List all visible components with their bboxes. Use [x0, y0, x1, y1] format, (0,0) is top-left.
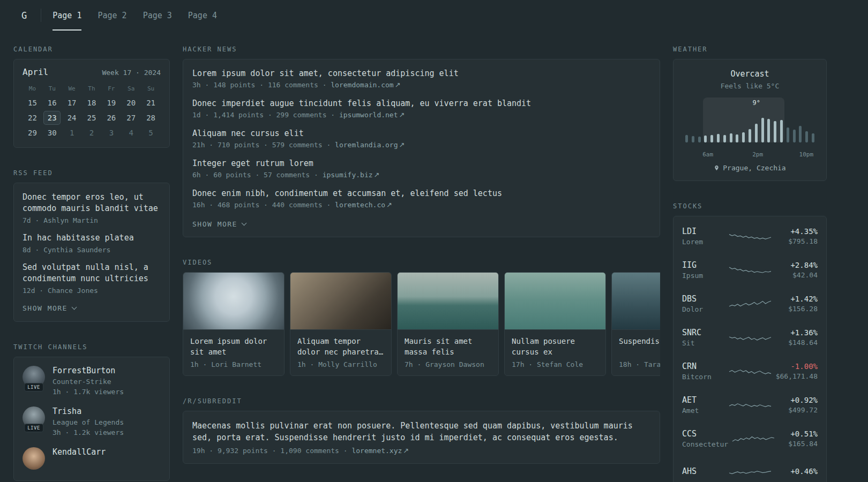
video-card[interactable]: Nullam posuere cursus ex 17h · Stefan Co…	[504, 272, 606, 376]
tab-page-4[interactable]: Page 4	[180, 0, 225, 31]
rss-item[interactable]: Sed volutpat nulla nisl, a condimentum n…	[23, 262, 161, 295]
hn-item[interactable]: Lorem ipsum dolor sit amet, consectetur …	[192, 69, 650, 89]
hn-item[interactable]: Integer eget rutrum lorem 6h · 60 points…	[192, 159, 650, 179]
video-card[interactable]: Mauris sit amet massa felis 7h · Grayson…	[397, 272, 499, 376]
center-column: HACKER NEWS Lorem ipsum dolor sit amet, …	[183, 46, 660, 464]
stock-right: +2.84% $42.04	[775, 261, 818, 279]
weather-condition: Overcast	[682, 69, 818, 79]
hn-item-domain-link[interactable]: loremlandia.org↗	[335, 141, 405, 149]
tab-page-2[interactable]: Page 2	[89, 0, 134, 31]
videos-row: Lorem ipsum dolor sit amet consectetu… 1…	[183, 272, 660, 376]
stock-row[interactable]: CCS Consectetur +0.51% $165.84	[682, 421, 818, 455]
video-thumbnail	[183, 273, 284, 330]
hn-item-domain-link[interactable]: ipsumworld.net↗	[339, 111, 405, 119]
stock-change: +1.42%	[775, 295, 818, 303]
calendar-day: 4	[123, 126, 140, 140]
stock-row[interactable]: AHS +0.46%	[682, 455, 818, 482]
channel-name: KendallCarr	[53, 447, 106, 457]
rss-item[interactable]: In hac habitasse platea 8d · Cynthia Sau…	[23, 232, 161, 254]
hn-item-meta: 16h · 468 points · 440 comments · loremt…	[192, 201, 650, 209]
calendar-day: 19	[103, 96, 120, 110]
stock-row[interactable]: SNRC Sit +1.36% $148.64	[682, 320, 818, 354]
calendar-weekday: Th	[82, 81, 102, 95]
video-card[interactable]: Aliquam tempor dolor nec pharetra… 1h · …	[290, 272, 392, 376]
calendar-day: 20	[123, 96, 140, 110]
calendar-widget: CALENDAR April Week 17 · 2024 MoTuWeThFr…	[13, 46, 170, 148]
dashboard: CALENDAR April Week 17 · 2024 MoTuWeThFr…	[0, 31, 868, 482]
stock-row[interactable]: IIG Ipsum +2.84% $42.04	[682, 253, 818, 287]
subreddit-card: Maecenas mollis pulvinar erat non posuer…	[183, 411, 660, 464]
stock-spark-wrap	[729, 465, 771, 479]
subreddit-post-domain-link[interactable]: loremnet.xyz↗	[351, 447, 409, 455]
stock-ticker: AHS	[682, 466, 725, 476]
app-logo[interactable]: G	[13, 0, 41, 31]
twitch-channel[interactable]: LIVE Trisha League of Legends 3h · 1.2k …	[23, 406, 161, 436]
hn-item[interactable]: Aliquam nec cursus elit 21h · 710 points…	[192, 129, 650, 149]
subreddit-post-title: Maecenas mollis pulvinar erat non posuer…	[192, 420, 650, 443]
stock-spark-wrap	[729, 229, 771, 243]
stock-price: $42.04	[775, 271, 818, 279]
calendar-day: 26	[103, 111, 120, 125]
stock-left: AET Amet	[682, 395, 725, 415]
stock-sparkline	[729, 465, 771, 479]
stock-right: +4.35% $795.18	[775, 227, 818, 245]
hn-item-title: Aliquam nec cursus elit	[192, 129, 650, 138]
video-title: Nullam posuere cursus ex	[512, 336, 598, 357]
stock-change: +2.84%	[775, 261, 818, 269]
hn-item[interactable]: Donec imperdiet augue tincidunt felis al…	[192, 99, 650, 119]
rss-widget: RSS FEED Donec tempor eros leo, ut commo…	[13, 169, 170, 322]
channel-meta: 1h · 1.7k viewers	[53, 388, 124, 396]
video-body: Mauris sit amet massa felis 7h · Grayson…	[398, 330, 498, 375]
calendar-grid: MoTuWeThFrSaSu15161718192021222324252627…	[23, 81, 161, 140]
hacker-news-widget: HACKER NEWS Lorem ipsum dolor sit amet, …	[183, 46, 660, 237]
rss-item[interactable]: Donec tempor eros leo, ut commodo mauris…	[23, 192, 161, 224]
hn-show-more-button[interactable]: SHOW MORE	[192, 219, 246, 228]
weather-hour-bar	[717, 134, 720, 142]
stock-change: -1.00%	[775, 362, 818, 371]
weather-chart: 9°	[684, 97, 815, 149]
hn-item-domain-link[interactable]: loremtech.co↗	[335, 201, 392, 209]
calendar-weekday: Tu	[42, 81, 62, 95]
twitch-channel[interactable]: KendallCarr	[23, 447, 161, 470]
stocks-card: LDI Lorem +4.35% $795.18 IIG Ipsum	[673, 216, 827, 482]
rss-show-more-button[interactable]: SHOW MORE	[23, 303, 76, 312]
video-card[interactable]: Lorem ipsum dolor sit amet consectetu… 1…	[183, 272, 285, 376]
calendar-day: 30	[43, 126, 61, 140]
hn-item[interactable]: Donec enim nibh, condimentum et accumsan…	[192, 189, 650, 209]
stock-spark-wrap	[729, 263, 771, 277]
stock-sparkline	[729, 364, 771, 378]
avatar-wrap: LIVE	[23, 406, 45, 429]
stock-change: +1.36%	[775, 328, 818, 337]
tab-page-3[interactable]: Page 3	[135, 0, 180, 31]
channel-info: Trisha League of Legends 3h · 1.2k viewe…	[53, 406, 124, 436]
left-column: CALENDAR April Week 17 · 2024 MoTuWeThFr…	[13, 46, 170, 481]
calendar-day: 22	[24, 111, 41, 125]
tab-page-1[interactable]: Page 1	[44, 0, 89, 31]
stock-row[interactable]: LDI Lorem +4.35% $795.18	[682, 219, 818, 253]
twitch-channel[interactable]: LIVE ForrestBurton Counter-Strike 1h · 1…	[23, 366, 161, 396]
video-title: Aliquam tempor dolor nec pharetra…	[297, 336, 384, 357]
hacker-news-widget-label: HACKER NEWS	[183, 46, 660, 53]
stock-sparkline	[729, 297, 771, 311]
stock-right: -1.00% $66,171.48	[775, 362, 818, 380]
calendar-day: 3	[103, 126, 120, 140]
stock-row[interactable]: DBS Dolor +1.42% $156.28	[682, 287, 818, 320]
stock-right: +0.92% $499.72	[775, 396, 818, 414]
stock-spark-wrap	[729, 364, 771, 378]
weather-hour-bar	[793, 130, 796, 142]
hn-item-domain-link[interactable]: ipsumify.biz↗	[323, 171, 380, 179]
hacker-news-card: Lorem ipsum dolor sit amet, consectetur …	[183, 59, 660, 237]
subreddit-post[interactable]: Maecenas mollis pulvinar erat non posuer…	[192, 420, 650, 455]
stock-row[interactable]: CRN Bitcorn -1.00% $66,171.48	[682, 354, 818, 388]
stock-left: IIG Ipsum	[682, 260, 725, 280]
video-body: Aliquam tempor dolor nec pharetra… 1h · …	[290, 330, 391, 375]
hn-item-domain-link[interactable]: loremdomain.com↗	[331, 81, 400, 89]
weather-hour-bar	[805, 131, 808, 142]
video-meta: 1h · Molly Carrillo	[297, 360, 384, 368]
calendar-card: April Week 17 · 2024 MoTuWeThFrSaSu15161…	[13, 59, 170, 148]
weather-location-row[interactable]: Prague, Czechia	[682, 164, 818, 172]
stock-row[interactable]: AET Amet +0.92% $499.72	[682, 388, 818, 421]
calendar-day: 18	[83, 96, 100, 110]
hn-item-meta: 6h · 60 points · 57 comments · ipsumify.…	[192, 171, 650, 179]
video-card[interactable]: Suspendisse diam 18h · Tara	[611, 272, 660, 376]
